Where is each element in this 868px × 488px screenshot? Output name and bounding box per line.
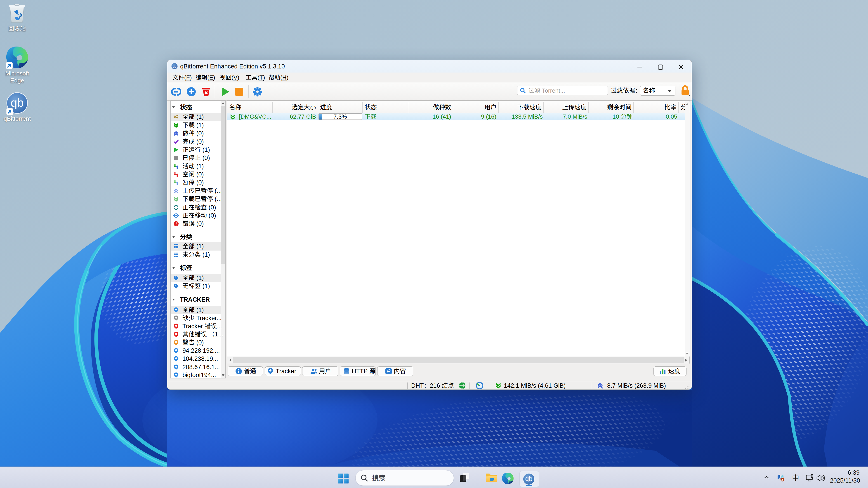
svg-text:qb: qb [525,475,532,482]
svg-text:qb: qb [173,64,177,68]
svg-text:qb: qb [11,96,24,109]
